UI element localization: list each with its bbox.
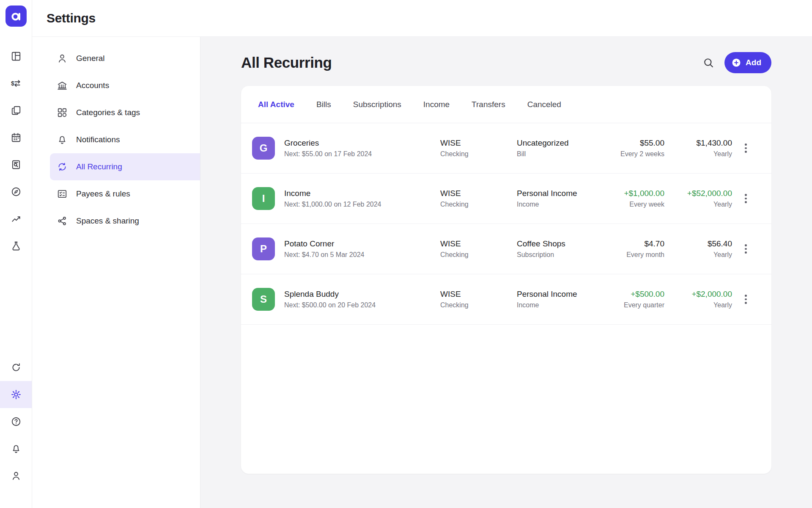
recurring-name: Potato Corner: [284, 239, 440, 248]
rail-profile-button[interactable]: [0, 462, 32, 489]
recurring-row-splenda-buddy[interactable]: S Splenda Buddy Next: $500.00 on 20 Feb …: [241, 274, 771, 325]
recurring-name: Groceries: [284, 138, 440, 148]
sidebar-item-general[interactable]: General: [32, 45, 200, 72]
sidebar-item-accounts[interactable]: Accounts: [32, 72, 200, 99]
tab-bills[interactable]: Bills: [316, 100, 331, 109]
yearly-value: $1,430.00: [664, 138, 732, 148]
transactions-icon: $: [11, 78, 22, 89]
icon-rail: $: [0, 0, 32, 508]
recurring-tabs: All Active Bills Subscriptions Income Tr…: [241, 86, 771, 123]
refresh-icon: [11, 362, 22, 373]
recurring-sync-icon: [57, 161, 68, 172]
tab-transfers[interactable]: Transfers: [472, 100, 505, 109]
sidebar-item-payees-rules[interactable]: Payees & rules: [32, 180, 200, 207]
yearly-label: Yearly: [664, 150, 732, 158]
row-menu-button[interactable]: [732, 123, 760, 173]
logo-icon: [10, 10, 22, 22]
recurring-list: G Groceries Next: $55.00 on 17 Feb 2024 …: [241, 123, 771, 325]
amount-value: +$1,000.00: [601, 189, 664, 198]
yearly-label: Yearly: [664, 201, 732, 208]
rail-help-button[interactable]: [0, 408, 32, 435]
top-bar: Settings: [32, 0, 812, 37]
kebab-icon: [745, 194, 747, 196]
account-name: WISE: [440, 239, 517, 248]
flask-icon: [11, 240, 22, 251]
recurring-next-date: Next: $500.00 on 20 Feb 2024: [284, 301, 440, 309]
person-icon: [57, 53, 68, 64]
rail-notifications-button[interactable]: [0, 435, 32, 462]
plus-circle-icon: [731, 58, 741, 68]
search-icon: [702, 57, 714, 69]
recurring-name: Splenda Buddy: [284, 290, 440, 299]
add-button-label: Add: [746, 58, 761, 67]
dashboard-icon: [11, 51, 22, 62]
kebab-icon: [745, 144, 747, 146]
rail-documents-button[interactable]: [0, 97, 32, 124]
person-icon: [11, 470, 22, 481]
sidebar-item-label: Notifications: [76, 135, 120, 144]
yearly-value: $56.40: [664, 239, 732, 248]
amount-frequency: Every week: [601, 201, 664, 208]
sidebar-item-label: All Recurring: [76, 162, 122, 171]
row-menu-button[interactable]: [732, 174, 760, 224]
row-menu-button[interactable]: [732, 274, 760, 324]
main-content: All Recurring Add All Active Bills Subsc…: [200, 37, 812, 508]
category-name: Personal Income: [517, 290, 601, 299]
amount-frequency: Every quarter: [601, 301, 664, 309]
sidebar-item-categories-tags[interactable]: Categories & tags: [32, 99, 200, 126]
compass-icon: [11, 186, 22, 197]
amount-value: $55.00: [601, 138, 664, 148]
tab-subscriptions[interactable]: Subscriptions: [353, 100, 401, 109]
account-name: WISE: [440, 290, 517, 299]
row-menu-button[interactable]: [732, 224, 760, 274]
search-button[interactable]: [702, 57, 714, 69]
bell-icon: [57, 134, 68, 145]
rail-calendar-button[interactable]: [0, 124, 32, 151]
sidebar-item-label: Accounts: [76, 81, 109, 90]
category-name: Coffee Shops: [517, 239, 601, 248]
calendar-icon: [11, 132, 22, 143]
rail-reports-button[interactable]: [0, 151, 32, 178]
share-icon: [57, 215, 68, 226]
category-name: Personal Income: [517, 189, 601, 198]
rail-dashboard-button[interactable]: [0, 43, 32, 70]
account-name: WISE: [440, 138, 517, 148]
add-button[interactable]: Add: [724, 52, 771, 73]
svg-text:$: $: [11, 80, 14, 87]
recurring-row-income[interactable]: I Income Next: $1,000.00 on 12 Feb 2024 …: [241, 174, 771, 224]
sidebar-item-notifications[interactable]: Notifications: [32, 126, 200, 153]
recurring-row-potato-corner[interactable]: P Potato Corner Next: $4.70 on 5 Mar 202…: [241, 224, 771, 274]
merchant-avatar: P: [252, 237, 275, 260]
recurring-next-date: Next: $1,000.00 on 12 Feb 2024: [284, 201, 440, 208]
rail-explore-button[interactable]: [0, 178, 32, 205]
avatar-letter: P: [260, 243, 267, 255]
account-name: WISE: [440, 189, 517, 198]
rail-transactions-button[interactable]: $: [0, 70, 32, 97]
yearly-value: +$52,000.00: [664, 189, 732, 198]
amount-frequency: Every month: [601, 251, 664, 259]
settings-sidebar: General Accounts Categories & tags Notif…: [32, 37, 200, 508]
sidebar-item-label: Spaces & sharing: [76, 216, 139, 226]
rail-refresh-button[interactable]: [0, 354, 32, 381]
bell-icon: [11, 443, 22, 454]
sidebar-item-label: General: [76, 54, 105, 63]
sidebar-item-spaces-sharing[interactable]: Spaces & sharing: [32, 207, 200, 235]
yearly-label: Yearly: [664, 251, 732, 259]
merchant-avatar: S: [252, 288, 275, 311]
rail-settings-button[interactable]: [0, 381, 32, 408]
app-logo[interactable]: [5, 6, 27, 27]
account-type: Checking: [440, 150, 517, 158]
sidebar-item-all-recurring[interactable]: All Recurring: [50, 153, 200, 180]
tab-all-active[interactable]: All Active: [258, 100, 294, 109]
help-icon: [11, 416, 22, 427]
report-search-icon: [11, 159, 22, 170]
recurring-row-groceries[interactable]: G Groceries Next: $55.00 on 17 Feb 2024 …: [241, 123, 771, 174]
tab-canceled[interactable]: Canceled: [527, 100, 561, 109]
category-type: Bill: [517, 150, 601, 158]
categories-icon: [57, 107, 68, 118]
recurring-next-date: Next: $55.00 on 17 Feb 2024: [284, 150, 440, 158]
merchant-avatar: G: [252, 137, 275, 160]
tab-income[interactable]: Income: [423, 100, 450, 109]
rail-labs-button[interactable]: [0, 232, 32, 260]
rail-trends-button[interactable]: [0, 205, 32, 232]
